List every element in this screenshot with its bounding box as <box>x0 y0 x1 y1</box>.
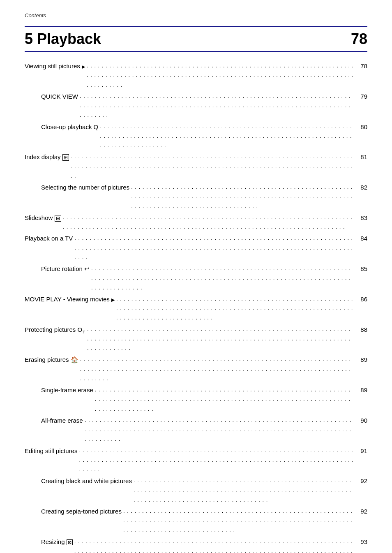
toc-label: Close-up playback Q <box>41 122 98 132</box>
toc-dots <box>79 445 354 474</box>
toc-dots <box>87 60 354 89</box>
toc-entry-editing-still: Editing still pictures 91 <box>25 446 367 475</box>
toc-page: 78 <box>356 61 367 71</box>
toc-entry-sepia-pictures: Creating sepia-toned pictures 92 <box>25 507 367 535</box>
chapter5-title: 5 Playback <box>25 30 101 48</box>
toc-dots <box>134 475 354 504</box>
toc-entry-index-display: Index display ⊞ 81 <box>25 152 367 181</box>
chapter5-number: 78 <box>351 30 367 48</box>
toc-label: MOVIE PLAY - Viewing movies ▶ <box>25 294 115 304</box>
toc-dots <box>123 506 354 534</box>
toc-dots <box>100 121 354 150</box>
contents-label: Contents <box>25 12 367 19</box>
toc-label: Playback on a TV <box>25 234 73 243</box>
toc-entry-protecting: Protecting pictures O⊤ 88 <box>25 325 367 354</box>
page: Contents 5 Playback 78 Viewing still pic… <box>0 0 392 553</box>
toc-dots <box>91 263 354 292</box>
toc-dots <box>87 324 354 353</box>
chapter5-header: 5 Playback 78 <box>25 26 367 52</box>
toc-page: 79 <box>356 92 367 101</box>
toc-label: Slideshow ⊟ <box>25 213 61 222</box>
toc-entry-resizing: Resizing ⊠ 93 <box>25 537 367 553</box>
toc-page: 84 <box>356 234 367 243</box>
toc-label: Protecting pictures O⊤ <box>25 325 85 336</box>
toc-page: 92 <box>356 476 367 486</box>
toc-label: Editing still pictures <box>25 446 77 456</box>
toc-entry-slideshow: Slideshow ⊟ 83 <box>25 213 367 232</box>
toc-label: Resizing ⊠ <box>41 537 73 546</box>
toc-entry-erasing-pictures: Erasing pictures 🏠 89 <box>25 355 367 384</box>
toc-entry-viewing-still: Viewing still pictures ▶ 78 <box>25 61 367 90</box>
toc-entry-all-frame-erase: All-frame erase 90 <box>25 416 367 444</box>
toc-page: 88 <box>356 325 367 334</box>
toc-page: 91 <box>356 446 367 456</box>
toc-dots <box>80 91 354 120</box>
toc-page: 86 <box>356 294 367 304</box>
toc-label: All-frame erase <box>41 416 83 425</box>
chapter5-toc: Viewing still pictures ▶ 78 QUICK VIEW 7… <box>25 61 367 553</box>
toc-page: 93 <box>356 537 367 546</box>
toc-label: Selecting the number of pictures <box>41 183 129 192</box>
toc-label: Creating black and white pictures <box>41 476 132 486</box>
toc-entry-quick-view: QUICK VIEW 79 <box>25 92 367 120</box>
toc-dots <box>116 294 354 322</box>
toc-page: 80 <box>356 122 367 132</box>
toc-label: Index display ⊞ <box>25 152 69 162</box>
toc-page: 82 <box>356 183 367 192</box>
toc-label: QUICK VIEW <box>41 92 78 101</box>
toc-label: Picture rotation ↩ <box>41 264 90 273</box>
toc-page: 89 <box>356 355 367 364</box>
toc-page: 92 <box>356 507 367 516</box>
toc-entry-playback-tv: Playback on a TV 84 <box>25 234 367 262</box>
toc-entry-select-num-pictures: Selecting the number of pictures 82 <box>25 183 367 211</box>
toc-page: 81 <box>356 152 367 162</box>
toc-page: 90 <box>356 416 367 425</box>
toc-dots <box>85 415 354 444</box>
toc-dots <box>74 233 354 261</box>
toc-dots <box>80 354 354 383</box>
toc-dots <box>74 536 354 553</box>
toc-entry-movie-play: MOVIE PLAY - Viewing movies ▶ 86 <box>25 294 367 323</box>
toc-entry-bw-pictures: Creating black and white pictures 92 <box>25 476 367 505</box>
toc-label: Erasing pictures 🏠 <box>25 355 78 364</box>
toc-entry-picture-rotation: Picture rotation ↩ 85 <box>25 264 367 293</box>
toc-dots <box>63 212 354 231</box>
toc-label: Single-frame erase <box>41 385 93 395</box>
toc-page: 85 <box>356 264 367 273</box>
toc-dots <box>71 151 354 180</box>
toc-entry-single-frame-erase: Single-frame erase 89 <box>25 385 367 414</box>
toc-dots <box>131 182 354 211</box>
toc-label: Viewing still pictures ▶ <box>25 61 85 71</box>
toc-entry-closeup: Close-up playback Q 80 <box>25 122 367 151</box>
toc-dots <box>95 384 354 413</box>
toc-label: Creating sepia-toned pictures <box>41 507 122 516</box>
toc-page: 89 <box>356 385 367 395</box>
toc-page: 83 <box>356 213 367 222</box>
